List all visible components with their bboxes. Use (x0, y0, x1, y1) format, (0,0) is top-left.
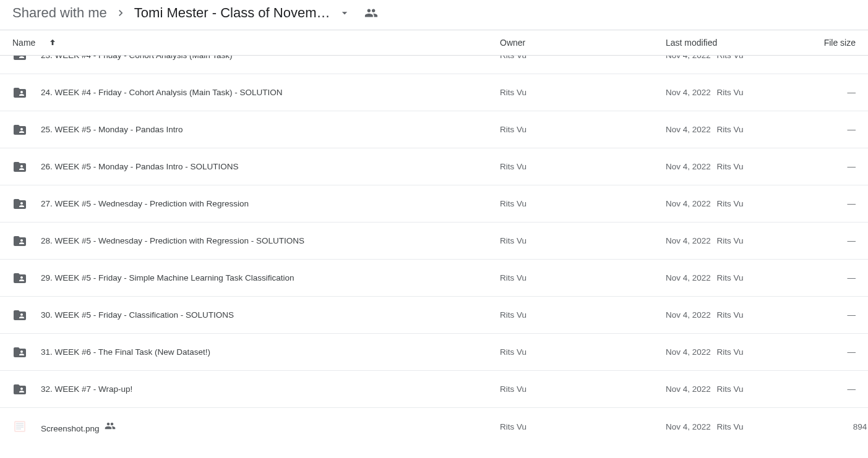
file-modified-by: Rits Vu (717, 273, 744, 282)
file-modified-date: Nov 4, 2022 (666, 236, 711, 245)
file-modified: Nov 4, 2022 Rits Vu (666, 384, 818, 394)
file-name: 27. WEEK #5 - Wednesday - Prediction wit… (41, 199, 249, 208)
file-modified-by: Rits Vu (717, 422, 744, 431)
file-owner: Rits Vu (500, 347, 666, 357)
file-modified: Nov 4, 2022 Rits Vu (666, 125, 818, 134)
file-owner: Rits Vu (500, 199, 666, 208)
file-modified: Nov 4, 2022 Rits Vu (666, 236, 818, 245)
file-name: 30. WEEK #5 - Friday - Classification - … (41, 310, 234, 320)
file-owner: Rits Vu (500, 236, 666, 245)
breadcrumb-root[interactable]: Shared with me (12, 5, 107, 21)
file-name-cell: 32. WEEK #7 - Wrap-up! (12, 382, 500, 397)
file-modified-date: Nov 4, 2022 (666, 273, 711, 282)
file-row[interactable]: Screenshot.png Rits Vu Nov 4, 2022 Rits … (0, 408, 868, 439)
file-name: Screenshot.png (41, 420, 116, 433)
file-name-cell: 30. WEEK #5 - Friday - Classification - … (12, 308, 500, 323)
file-modified-by: Rits Vu (717, 199, 744, 208)
file-size: — (818, 88, 856, 97)
sort-ascending-icon (48, 38, 58, 48)
file-modified: Nov 4, 2022 Rits Vu (666, 199, 818, 208)
breadcrumb: Shared with me Tomi Mester - Class of No… (0, 0, 868, 30)
file-modified: Nov 4, 2022 Rits Vu (666, 422, 818, 431)
folder-shared-icon (12, 308, 27, 323)
file-name-cell: 31. WEEK #6 - The Final Task (New Datase… (12, 345, 500, 360)
file-owner: Rits Vu (500, 56, 666, 60)
file-modified-date: Nov 4, 2022 (666, 125, 711, 134)
file-row[interactable]: 23. WEEK #4 - Friday - Cohort Analysis (… (0, 56, 868, 74)
file-row[interactable]: 24. WEEK #4 - Friday - Cohort Analysis (… (0, 74, 868, 111)
file-row[interactable]: 25. WEEK #5 - Monday - Pandas Intro Rits… (0, 111, 868, 148)
file-row[interactable]: 29. WEEK #5 - Friday - Simple Machine Le… (0, 260, 868, 297)
file-name-cell: 23. WEEK #4 - Friday - Cohort Analysis (… (12, 56, 500, 62)
column-header-modified[interactable]: Last modified (666, 38, 818, 48)
file-owner: Rits Vu (500, 88, 666, 97)
breadcrumb-current-label: Tomi Mester - Class of Novem… (134, 5, 330, 21)
file-owner: Rits Vu (500, 162, 666, 171)
file-name: 28. WEEK #5 - Wednesday - Prediction wit… (41, 236, 304, 245)
file-row[interactable]: 28. WEEK #5 - Wednesday - Prediction wit… (0, 223, 868, 260)
folder-shared-icon (12, 159, 27, 174)
file-modified-by: Rits Vu (717, 236, 744, 245)
column-header-size[interactable]: File size (818, 38, 856, 48)
breadcrumb-current-folder[interactable]: Tomi Mester - Class of Novem… (134, 5, 351, 21)
folder-shared-icon (12, 382, 27, 397)
folder-shared-icon (12, 197, 27, 211)
file-modified: Nov 4, 2022 Rits Vu (666, 273, 818, 282)
file-modified-by: Rits Vu (717, 88, 744, 97)
file-modified-date: Nov 4, 2022 (666, 199, 711, 208)
column-header-name[interactable]: Name (12, 38, 500, 48)
file-row[interactable]: 31. WEEK #6 - The Final Task (New Datase… (0, 334, 868, 371)
folder-shared-icon (12, 85, 27, 100)
file-modified-date: Nov 4, 2022 (666, 422, 711, 431)
file-modified-date: Nov 4, 2022 (666, 384, 711, 394)
shared-icon (105, 420, 116, 431)
folder-shared-icon (12, 271, 27, 286)
file-name-cell: Screenshot.png (12, 419, 500, 434)
folder-shared-icon (12, 234, 27, 248)
file-size: — (818, 273, 856, 282)
file-row[interactable]: 32. WEEK #7 - Wrap-up! Rits Vu Nov 4, 20… (0, 371, 868, 408)
caret-down-icon[interactable] (338, 7, 351, 19)
file-size: — (818, 56, 868, 60)
file-list: 23. WEEK #4 - Friday - Cohort Analysis (… (0, 56, 868, 439)
file-size: — (818, 236, 856, 245)
file-modified-date: Nov 4, 2022 (666, 56, 711, 60)
file-name: 25. WEEK #5 - Monday - Pandas Intro (41, 125, 183, 134)
file-row[interactable]: 26. WEEK #5 - Monday - Pandas Intro - SO… (0, 148, 868, 185)
file-row[interactable]: 30. WEEK #5 - Friday - Classification - … (0, 297, 868, 334)
folder-shared-icon (12, 56, 27, 62)
file-modified-by: Rits Vu (717, 125, 744, 134)
file-owner: Rits Vu (500, 273, 666, 282)
file-modified: Nov 4, 2022 Rits Vu (666, 347, 818, 357)
file-modified: Nov 4, 2022 Rits Vu (666, 88, 818, 97)
file-owner: Rits Vu (500, 310, 666, 320)
file-name-cell: 24. WEEK #4 - Friday - Cohort Analysis (… (12, 85, 500, 100)
column-headers: Name Owner Last modified File size (0, 30, 868, 56)
file-row[interactable]: 27. WEEK #5 - Wednesday - Prediction wit… (0, 185, 868, 223)
file-name-cell: 29. WEEK #5 - Friday - Simple Machine Le… (12, 271, 500, 286)
people-icon[interactable] (364, 6, 378, 20)
file-owner: Rits Vu (500, 384, 666, 394)
file-owner: Rits Vu (500, 125, 666, 134)
file-modified: Nov 4, 2022 Rits Vu (666, 56, 818, 60)
file-modified: Nov 4, 2022 Rits Vu (666, 310, 818, 320)
column-header-owner[interactable]: Owner (500, 38, 666, 48)
file-name-cell: 27. WEEK #5 - Wednesday - Prediction wit… (12, 197, 500, 211)
file-modified-date: Nov 4, 2022 (666, 310, 711, 320)
chevron-right-icon (114, 7, 127, 19)
file-name: 23. WEEK #4 - Friday - Cohort Analysis (… (41, 56, 233, 60)
file-modified: Nov 4, 2022 Rits Vu (666, 162, 818, 171)
column-name-label: Name (12, 38, 35, 48)
file-modified-by: Rits Vu (717, 162, 744, 171)
file-name: 32. WEEK #7 - Wrap-up! (41, 384, 132, 394)
file-modified-date: Nov 4, 2022 (666, 162, 711, 171)
file-modified-date: Nov 4, 2022 (666, 88, 711, 97)
file-name-cell: 26. WEEK #5 - Monday - Pandas Intro - SO… (12, 159, 500, 174)
file-modified-by: Rits Vu (717, 384, 744, 394)
folder-shared-icon (12, 122, 27, 137)
file-name-cell: 25. WEEK #5 - Monday - Pandas Intro (12, 122, 500, 137)
file-name: 29. WEEK #5 - Friday - Simple Machine Le… (41, 273, 294, 282)
file-name: 24. WEEK #4 - Friday - Cohort Analysis (… (41, 88, 283, 97)
file-modified-date: Nov 4, 2022 (666, 347, 711, 357)
file-modified-by: Rits Vu (717, 56, 744, 60)
